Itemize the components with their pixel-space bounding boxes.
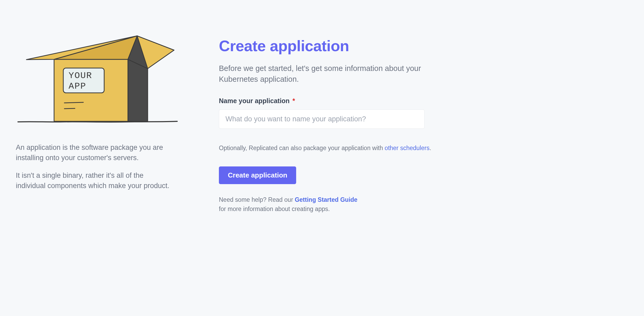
box-illustration: YOUR APP — [16, 34, 179, 129]
page-lead: Before we get started, let's get some in… — [219, 63, 425, 84]
intro-para-2: It isn't a single binary, rather it's al… — [16, 170, 174, 191]
right-column: Create application Before we get started… — [219, 34, 628, 213]
app-name-label-text: Name your application — [219, 97, 290, 104]
getting-started-guide-link[interactable]: Getting Started Guide — [295, 196, 358, 203]
box-label-line2: APP — [69, 81, 86, 91]
create-application-page: YOUR APP An application is the software … — [0, 0, 644, 229]
other-schedulers-link[interactable]: other schedulers — [385, 145, 430, 151]
intro-para-1: An application is the software package y… — [16, 142, 174, 163]
box-label-line1: YOUR — [69, 71, 92, 81]
app-name-input[interactable] — [219, 109, 425, 129]
left-column: YOUR APP An application is the software … — [16, 34, 187, 199]
help-prefix: Need some help? Read our — [219, 196, 295, 203]
page-title: Create application — [219, 37, 628, 55]
help-suffix: for more information about creating apps… — [219, 205, 330, 212]
optional-prefix: Optionally, Replicated can also package … — [219, 145, 385, 151]
optional-suffix: . — [430, 145, 431, 151]
optional-schedulers-line: Optionally, Replicated can also package … — [219, 145, 628, 152]
create-application-button[interactable]: Create application — [219, 166, 296, 184]
help-line: Need some help? Read our Getting Started… — [219, 195, 628, 213]
required-asterisk: * — [292, 97, 295, 104]
app-name-label: Name your application * — [219, 97, 628, 105]
